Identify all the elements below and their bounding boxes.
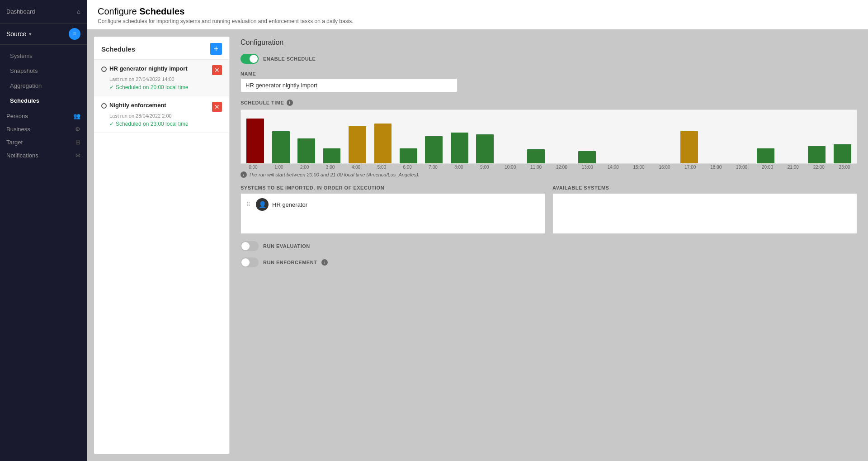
config-panel: Configuration ENABLE SCHEDULE NAME SCHED… (230, 29, 868, 461)
name-input[interactable] (241, 78, 458, 92)
business-icon: ⚙ (75, 126, 80, 133)
chart-col-21 (779, 114, 804, 163)
chart-label-17: 17:00 (678, 165, 703, 170)
sidebar-section-target[interactable]: Target ⊞ (0, 134, 87, 147)
enable-schedule-label: ENABLE SCHEDULE (263, 56, 316, 62)
run-enforcement-label: RUN ENFORCEMENT (263, 260, 317, 265)
chart-bar-20[interactable] (757, 148, 774, 163)
system-name: HR generator (272, 201, 307, 208)
chart-col-7 (421, 114, 446, 163)
drag-handle-icon: ⠿ (246, 201, 250, 208)
chart-bar-7[interactable] (425, 136, 443, 164)
delete-schedule-button-2[interactable]: ✕ (212, 102, 222, 112)
schedule-item-hr-generator[interactable]: HR generator nightly import ✕ Last run o… (94, 60, 229, 96)
toggle-knob-enable (250, 55, 258, 63)
persons-icon: 👥 (73, 113, 80, 119)
chart-bar-11[interactable] (527, 149, 545, 163)
systems-nav-label: Systems (10, 52, 77, 59)
chart-labels: 0:001:002:003:004:005:006:007:008:009:00… (241, 165, 857, 170)
chart-bar-5[interactable] (374, 124, 392, 163)
chart-col-0 (243, 114, 268, 163)
schedule-status-dot-2 (101, 103, 107, 109)
systems-row: SYSTEMS TO BE IMPORTED, IN ORDER OF EXEC… (241, 185, 857, 234)
systems-import-box: ⠿ 👤 HR generator (241, 193, 545, 234)
chart-col-12 (549, 114, 574, 163)
sidebar-section-business[interactable]: Business ⚙ (0, 121, 87, 134)
chart-label-3: 3:00 (318, 165, 343, 170)
chart-col-9 (472, 114, 497, 163)
chart-bar-0[interactable] (246, 119, 264, 163)
chart-bar-4[interactable] (349, 126, 366, 164)
enable-schedule-row: ENABLE SCHEDULE (241, 54, 857, 64)
system-item-hr-generator[interactable]: ⠿ 👤 HR generator (241, 194, 545, 215)
schedules-panel: Schedules + HR generator nightly import … (94, 37, 230, 454)
sidebar: Dashboard ⌂ Source ▾ ≡ Systems Snapshots… (0, 0, 87, 461)
sidebar-item-aggregation[interactable]: Aggregation (0, 78, 87, 93)
chart-label-4: 4:00 (344, 165, 369, 170)
schedules-nav-label: Schedules (10, 97, 77, 104)
schedule-name-2: Nightly enforcement (109, 102, 166, 109)
chart-bar-9[interactable] (476, 134, 494, 163)
chart-label-9: 9:00 (472, 165, 497, 170)
chart-bar-1[interactable] (272, 131, 290, 164)
page-title-prefix: Configure (98, 6, 137, 16)
chart-label-12: 12:00 (549, 165, 575, 170)
chart-col-19 (728, 114, 753, 163)
chart-bar-6[interactable] (400, 148, 417, 163)
sidebar-item-dashboard[interactable]: Dashboard ⌂ (6, 5, 80, 19)
schedule-time-info-icon[interactable]: i (287, 100, 293, 106)
schedule-time-text: SCHEDULE TIME (241, 100, 284, 105)
schedule-time-label: SCHEDULE TIME i (241, 100, 857, 106)
system-avatar: 👤 (256, 198, 269, 211)
chart-label-23: 23:00 (832, 165, 857, 170)
source-icon-button[interactable]: ≡ (69, 28, 80, 40)
sidebar-item-snapshots[interactable]: Snapshots (0, 63, 87, 78)
chart-bar-22[interactable] (808, 146, 826, 164)
chart-label-22: 22:00 (806, 165, 831, 170)
chart-label-18: 18:00 (703, 165, 729, 170)
toggle-knob-enforcement (241, 258, 250, 266)
delete-schedule-button-1[interactable]: ✕ (212, 65, 222, 75)
chart-label-21: 21:00 (780, 165, 806, 170)
chart-label-15: 15:00 (626, 165, 651, 170)
chart-bar-23[interactable] (834, 144, 851, 163)
schedule-chart: 0:001:002:003:004:005:006:007:008:009:00… (241, 109, 857, 178)
content-area: Schedules + HR generator nightly import … (87, 29, 868, 461)
chart-label-10: 10:00 (498, 165, 523, 170)
run-evaluation-toggle[interactable] (241, 241, 259, 251)
available-systems-label: AVAILABLE SYSTEMS (552, 185, 857, 190)
persons-label: Persons (6, 113, 28, 119)
sidebar-item-schedules[interactable]: Schedules (0, 93, 87, 108)
page-header: Configure Schedules Configure schedules … (87, 0, 868, 29)
systems-import-col: SYSTEMS TO BE IMPORTED, IN ORDER OF EXEC… (241, 185, 545, 234)
home-icon: ⌂ (77, 8, 80, 15)
page-title: Configure Schedules (98, 6, 857, 17)
chart-info-icon: i (241, 171, 247, 178)
check-icon-1: ✓ (109, 84, 114, 90)
enable-schedule-toggle[interactable] (241, 54, 259, 64)
chevron-down-icon[interactable]: ▾ (29, 31, 32, 37)
chart-info-message: The run will start between 20:00 and 21:… (249, 172, 420, 177)
chart-bar-8[interactable] (451, 133, 468, 163)
chart-label-20: 20:00 (755, 165, 780, 170)
aggregation-nav-label: Aggregation (10, 82, 77, 89)
available-systems-col: AVAILABLE SYSTEMS (552, 185, 857, 234)
schedule-item-nightly-enforcement[interactable]: Nightly enforcement ✕ Last run on 28/04/… (94, 96, 229, 133)
run-enforcement-row: RUN ENFORCEMENT i (241, 257, 857, 267)
schedule-status-1: ✓ Scheduled on 20:00 local time (109, 84, 222, 90)
run-enforcement-toggle[interactable] (241, 257, 259, 267)
chart-bar-3[interactable] (323, 148, 341, 163)
sidebar-nav: Systems Snapshots Aggregation Schedules … (0, 45, 87, 461)
name-field-label: NAME (241, 71, 857, 76)
chart-label-16: 16:00 (652, 165, 677, 170)
chart-bar-13[interactable] (578, 151, 596, 164)
enforcement-info-icon[interactable]: i (321, 259, 328, 266)
chart-bar-17[interactable] (680, 131, 698, 164)
chart-bar-2[interactable] (297, 138, 315, 163)
chart-label-7: 7:00 (420, 165, 446, 170)
sidebar-section-persons[interactable]: Persons 👥 (0, 108, 87, 121)
chart-col-11 (524, 114, 548, 163)
sidebar-item-systems[interactable]: Systems (0, 48, 87, 63)
add-schedule-button[interactable]: + (210, 43, 222, 55)
sidebar-section-notifications[interactable]: Notifications ✉ (0, 147, 87, 161)
